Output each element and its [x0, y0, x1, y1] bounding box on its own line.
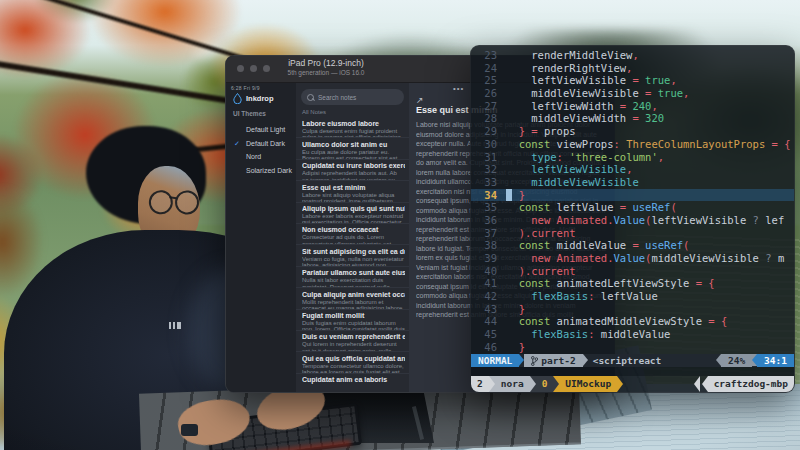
- check-icon: ✓: [234, 137, 240, 151]
- code-text: }: [506, 189, 794, 202]
- note-item-preview: Qui lorem in reprehenderit deserunt est …: [302, 341, 405, 352]
- note-item-preview: Veniam co fugia, nulla non evenietatur l…: [302, 256, 405, 267]
- code-text: const middleValue = useRef(: [506, 239, 794, 252]
- code-line[interactable]: 27 leftViewWidth = 240,: [471, 100, 794, 113]
- code-line[interactable]: 46 }: [471, 341, 794, 354]
- code-line[interactable]: 45 flexBasis: middleValue: [471, 328, 794, 341]
- code-text: }: [506, 341, 794, 354]
- theme-label: Solarized Dark: [246, 167, 292, 174]
- note-list-item[interactable]: Aliquip ipsum quis qui sunt nullaLabore …: [296, 203, 409, 224]
- sidebar-item-theme[interactable]: Default Light: [226, 123, 296, 137]
- note-item-preview: Culpa deserunt enim fugiat proident culp…: [302, 128, 405, 139]
- tmux-status-bar: 2 nora 0 UIMockup craftzdog-mbp: [471, 376, 794, 392]
- tmux-session-name[interactable]: 2: [471, 376, 489, 392]
- line-number: 30: [471, 138, 506, 151]
- theme-label: Nord: [246, 153, 261, 160]
- code-line-cursor[interactable]: 34 }: [471, 189, 794, 202]
- line-number: 32: [471, 163, 506, 176]
- line-number: 26: [471, 87, 506, 100]
- code-line[interactable]: 44 const animatedMiddleViewStyle = {: [471, 315, 794, 328]
- filetype-segment: <scriptreact: [588, 354, 667, 367]
- note-list-item[interactable]: Non eiusmod occaecatConsectetur ad quis …: [296, 224, 409, 245]
- code-line[interactable]: 37 ).current: [471, 227, 794, 240]
- code-text: renderRightView,: [506, 62, 794, 75]
- tmux-window-name[interactable]: UIMockup: [559, 376, 617, 392]
- line-number: 37: [471, 227, 506, 240]
- window-title-block: iPad Pro (12.9-inch) 5th generation — iO…: [226, 59, 426, 76]
- code-line[interactable]: 36 new Animated.Value(leftViewVisible ? …: [471, 214, 794, 227]
- note-item-preview: Duis fugias enim cupidatat laborum non, …: [302, 320, 405, 331]
- code-line[interactable]: 31 type: 'three-column',: [471, 151, 794, 164]
- search-placeholder: Search notes: [318, 94, 356, 101]
- code-text: const animatedMiddleViewStyle = {: [506, 315, 794, 328]
- vim-mode-indicator: NORMAL: [471, 354, 519, 367]
- code-text: leftViewWidth = 240,: [506, 100, 794, 113]
- note-list-item[interactable]: Pariatur ullamco sunt aute eiusmo...Null…: [296, 267, 409, 288]
- code-line[interactable]: 28 middleViewWidth = 320: [471, 112, 794, 125]
- git-branch-segment: part-2: [524, 354, 582, 367]
- search-icon: [307, 94, 314, 101]
- code-text: } = props: [506, 125, 794, 138]
- note-list-panel: Search notes All Notes Labore eiusmod la…: [296, 83, 409, 393]
- code-line[interactable]: 40 ).current: [471, 265, 794, 278]
- code-editor-area[interactable]: 23 renderMiddleView,24 renderRightView,2…: [471, 46, 794, 354]
- note-list-item[interactable]: Fugiat mollit mollitDuis fugias enim cup…: [296, 310, 409, 331]
- note-item-title: Labore eiusmod labore: [302, 119, 405, 128]
- terminal-window: 23 renderMiddleView,24 renderRightView,2…: [470, 45, 795, 393]
- note-item-preview: Tempoare consectetur ullamco dolore, lab…: [302, 363, 405, 374]
- theme-list: Default Light✓Default DarkNordSolarized …: [226, 123, 296, 177]
- screenshot-stage: iPad Pro (12.9-inch) 5th generation — iO…: [0, 0, 800, 450]
- line-number: 34: [471, 189, 506, 202]
- search-input[interactable]: Search notes: [301, 89, 404, 105]
- code-line[interactable]: 33 middleViewVisible: [471, 176, 794, 189]
- line-number: 40: [471, 265, 506, 278]
- sidebar-item-theme[interactable]: ✓Default Dark: [226, 137, 296, 151]
- line-number: 29: [471, 125, 506, 138]
- expand-icon[interactable]: ↗: [416, 95, 424, 105]
- note-list-item[interactable]: Labore eiusmod laboreCulpa deserunt enim…: [296, 117, 409, 138]
- code-line[interactable]: 30 const viewProps: ThreeColumnLayoutPro…: [471, 138, 794, 151]
- code-text: middleViewWidth = 320: [506, 112, 794, 125]
- note-list-item[interactable]: Cupidatat eu irure laboris exercitati...…: [296, 160, 409, 181]
- note-list-item[interactable]: Sit sunt adipisicing ea elit ea duisVeni…: [296, 245, 409, 266]
- inkdrop-logo-row[interactable]: Inkdrop: [233, 93, 274, 104]
- tmux-host-segment[interactable]: nora: [495, 376, 530, 392]
- line-number: 39: [471, 252, 506, 265]
- code-line[interactable]: 43 }: [471, 303, 794, 316]
- code-text: leftViewVisible = true,: [506, 74, 794, 87]
- more-options-button[interactable]: •••: [453, 84, 464, 93]
- note-list: Labore eiusmod laboreCulpa deserunt enim…: [296, 117, 409, 393]
- code-line[interactable]: 39 new Animated.Value(middleViewVisible …: [471, 252, 794, 265]
- note-item-title: Sit sunt adipisicing ea elit ea duis: [302, 247, 405, 256]
- tmux-hostname: craftzdog-mbp: [708, 376, 794, 392]
- code-line[interactable]: 32 leftViewVisible,: [471, 163, 794, 176]
- code-line[interactable]: 29 } = props: [471, 125, 794, 138]
- line-number: 31: [471, 151, 506, 164]
- note-list-item[interactable]: Esse qui est minimLabore sint aliquip vo…: [296, 181, 409, 202]
- line-number: 38: [471, 239, 506, 252]
- note-list-item[interactable]: Qui ea quis officia cupidatat anim e...T…: [296, 352, 409, 373]
- code-text: type: 'three-column',: [506, 151, 794, 164]
- note-list-item[interactable]: Duis eu veniam reprehenderit est si...Qu…: [296, 331, 409, 352]
- code-line[interactable]: 24 renderRightView,: [471, 62, 794, 75]
- code-text: new Animated.Value(middleViewVisible ? m: [506, 252, 794, 265]
- code-line[interactable]: 35 const leftValue = useRef(: [471, 201, 794, 214]
- line-number: 36: [471, 214, 506, 227]
- note-item-title: Culpa aliquip anim eveniet occaec...: [302, 290, 405, 299]
- code-line[interactable]: 41 const animatedLeftViewStyle = {: [471, 277, 794, 290]
- sidebar-item-theme[interactable]: Nord: [226, 150, 296, 164]
- code-line[interactable]: 38 const middleValue = useRef(: [471, 239, 794, 252]
- inkdrop-sidebar: 6:28 Fri 9/9 Inkdrop UI Themes Default L…: [226, 83, 296, 393]
- inkdrop-logo-icon: [233, 93, 242, 104]
- tmux-window-index[interactable]: 0: [536, 376, 554, 392]
- sidebar-item-theme[interactable]: Solarized Dark: [226, 164, 296, 178]
- note-item-title: Ullamco dolor sit anim eu: [302, 140, 405, 149]
- code-line[interactable]: 25 leftViewVisible = true,: [471, 74, 794, 87]
- note-list-item[interactable]: Ullamco dolor sit anim euEu culpa aute d…: [296, 138, 409, 159]
- note-list-item[interactable]: Culpa aliquip anim eveniet occaec...Moll…: [296, 288, 409, 309]
- code-line[interactable]: 23 renderMiddleView,: [471, 49, 794, 62]
- note-list-item[interactable]: Cupidatat anim ea laboris: [296, 374, 409, 393]
- code-line[interactable]: 42 flexBasis: leftValue: [471, 290, 794, 303]
- code-line[interactable]: 26 middleViewVisible = true,: [471, 87, 794, 100]
- line-number: 44: [471, 315, 506, 328]
